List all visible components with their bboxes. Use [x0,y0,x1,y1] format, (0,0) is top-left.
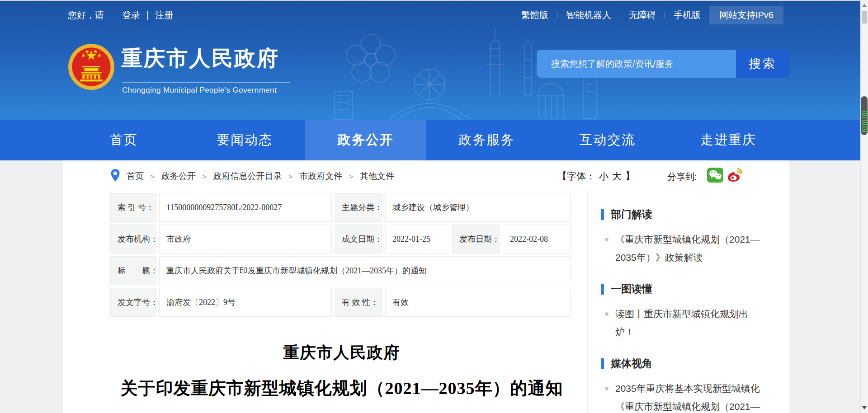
sidebar-section-dept-interpretation: 部门解读 [601,207,775,221]
national-emblem-logo [68,43,115,90]
sidebar-section-media-view: 媒体视角 [601,357,775,371]
scrollbar-thumb[interactable] [862,11,867,23]
traditional-chinese-link[interactable]: 繁體版 [521,9,548,21]
section-accent-bar [601,284,604,295]
nav-item-about-chongqing[interactable]: 走进重庆 [668,120,789,160]
section-title: 媒体视角 [611,357,652,371]
meta-row-docno: 发文字号： 渝府发〔2022〕9号 有 效 性： 有效 [110,288,571,317]
topbar-separator [665,11,665,19]
sidebar-section-infographic: 一图读懂 [601,282,775,296]
login-link[interactable]: 登录 [122,9,140,21]
section-title: 一图读懂 [611,282,652,296]
title-divider-line [122,82,290,83]
breadcrumb-other-docs[interactable]: 其他文件 [360,170,394,182]
font-widget-prefix: 【字体： [557,170,595,183]
topic-category-label: 主题分类： [335,193,382,222]
wechat-icon[interactable] [707,168,723,183]
scrollbar-down-arrow-icon[interactable] [862,406,867,409]
validity-value: 有效 [385,288,571,317]
document-heading-block: 重庆市人民政府 关于印发重庆市新型城镇化规划（2021—2035年）的通知 渝府… [110,342,573,413]
greeting-text: 您好，请 [68,9,104,21]
register-link[interactable]: 注册 [155,9,173,21]
nav-item-home[interactable]: 首页 [63,120,184,160]
main-navigation: 首页 要闻动态 政务公开 政务服务 互动交流 走进重庆 [0,120,860,160]
written-date-label: 成文日期： [335,225,382,253]
nav-item-gov-disclosure[interactable]: 政务公开 [305,120,426,160]
document-meta-table: 索 引 号： 11500000009275780L/2022-00027 主题分… [110,190,587,319]
ipv6-badge[interactable]: 网站支持IPv6 [709,6,783,24]
doc-title-label: 标 题： [110,256,156,285]
breadcrumb-separator: > [151,173,155,180]
meta-row-issuer: 发布机构： 市政府 成文日期： 2022-01-25 发布日期： 2022-02… [110,225,571,253]
scroll-progress-widget[interactable] [861,96,868,135]
share-label: 分享到: [667,171,697,183]
topbar-user-area: 您好，请 登录 | 注册 [68,9,173,21]
validity-label: 有 效 性： [335,288,382,317]
nav-item-gov-services[interactable]: 政务服务 [426,120,547,160]
meta-row-index: 索 引 号： 11500000009275780L/2022-00027 主题分… [110,193,571,222]
sidebar-item-infographic[interactable]: 读图丨重庆市新型城镇化规划出炉！ [604,305,763,341]
topbar-separator [557,11,557,19]
document-org-line: 重庆市人民政府 [110,342,573,363]
meta-row-title: 标 题： 重庆市人民政府关于印发重庆市新型城镇化规划（2021—2035年）的通… [110,256,571,285]
written-date-value: 2022-01-25 [385,225,449,253]
doc-title-value: 重庆市人民政府关于印发重庆市新型城镇化规划（2021—2035年）的通知 [159,256,571,285]
content-area: 首页 > 政务公开 > 政府信息公开目录 > 市政府文件 > 其他文件 【字体：… [0,160,860,413]
document-body-row: 索 引 号： 11500000009275780L/2022-00027 主题分… [63,190,789,413]
nav-item-interaction[interactable]: 互动交流 [547,120,668,160]
site-subtitle: Chongqing Municipal People's Government [122,86,277,95]
location-pin-icon [110,169,120,182]
breadcrumb-separator: > [349,173,353,180]
nav-items: 首页 要闻动态 政务公开 政务服务 互动交流 走进重庆 [63,120,789,160]
browser-viewport: 您好，请 登录 | 注册 繁體版 智能机器人 无障碍 手机版 网站支持IPv6 [0,0,868,413]
topbar-links: 繁體版 智能机器人 无障碍 手机版 网站支持IPv6 [521,6,783,24]
topic-category-value: 城乡建设（城乡管理） [385,193,571,222]
breadcrumb-home[interactable]: 首页 [127,170,144,182]
section-accent-bar [601,209,604,220]
site-header: 您好，请 登录 | 注册 繁體版 智能机器人 无障碍 手机版 网站支持IPv6 [0,1,860,120]
related-sidebar: 部门解读 《重庆市新型城镇化规划（2021—2035年）》政策解读 一图读懂 读… [588,190,789,413]
publish-date-label: 发布日期： [452,225,500,253]
browser-scrollbar[interactable] [860,0,868,413]
breadcrumb: 首页 > 政务公开 > 政府信息公开目录 > 市政府文件 > 其他文件 [127,170,394,182]
breadcrumb-separator: > [289,173,293,180]
breadcrumb-gov-disclosure[interactable]: 政务公开 [161,170,196,182]
sidebar-item-policy-interpretation[interactable]: 《重庆市新型城镇化规划（2021—2035年）》政策解读 [604,230,763,267]
scrollbar-up-arrow-icon[interactable] [862,4,867,7]
mobile-version-link[interactable]: 手机版 [674,9,701,21]
accessibility-link[interactable]: 无障碍 [629,9,656,21]
breadcrumb-city-gov-docs[interactable]: 市政府文件 [299,170,342,182]
doc-number-value: 渝府发〔2022〕9号 [159,288,332,317]
site-title: 重庆市人民政府 [121,44,279,73]
content-card: 首页 > 政务公开 > 政府信息公开目录 > 市政府文件 > 其他文件 【字体：… [63,160,789,413]
font-smaller-button[interactable]: 小 [599,170,609,183]
index-number-label: 索 引 号： [110,193,156,222]
publish-date-value: 2022-02-08 [503,225,571,253]
robot-assistant-link[interactable]: 智能机器人 [566,9,611,21]
search-button[interactable]: 搜索 [736,50,789,78]
section-title: 部门解读 [611,207,652,221]
document-title-line: 关于印发重庆市新型城镇化规划（2021—2035年）的通知 [110,377,573,400]
issuing-agency-value: 市政府 [159,225,332,253]
nav-item-news[interactable]: 要闻动态 [184,120,306,160]
doc-number-label: 发文字号： [110,288,156,317]
login-register-divider: | [146,10,149,20]
search-input[interactable] [537,50,736,78]
document-main-column: 索 引 号： 11500000009275780L/2022-00027 主题分… [63,190,588,413]
sidebar-item-media-article[interactable]: 2035年重庆将基本实现新型城镇化 《重庆市新型城镇化规划（2021—2035年… [604,380,763,413]
breadcrumb-info-catalog[interactable]: 政府信息公开目录 [213,170,282,182]
font-size-widget: 【字体： 小 大 】 [557,170,635,183]
topbar-separator [620,11,620,19]
font-larger-button[interactable]: 大 [612,170,622,183]
breadcrumb-separator: > [203,173,207,180]
topbar: 您好，请 登录 | 注册 繁體版 智能机器人 无障碍 手机版 网站支持IPv6 [0,1,860,29]
section-accent-bar [601,358,604,369]
breadcrumb-row: 首页 > 政务公开 > 政府信息公开目录 > 市政府文件 > 其他文件 【字体：… [63,160,789,190]
font-widget-suffix: 】 [625,170,635,183]
weibo-icon[interactable] [726,168,743,183]
issuing-agency-label: 发布机构： [110,225,156,253]
index-number-value: 11500000009275780L/2022-00027 [159,193,332,222]
